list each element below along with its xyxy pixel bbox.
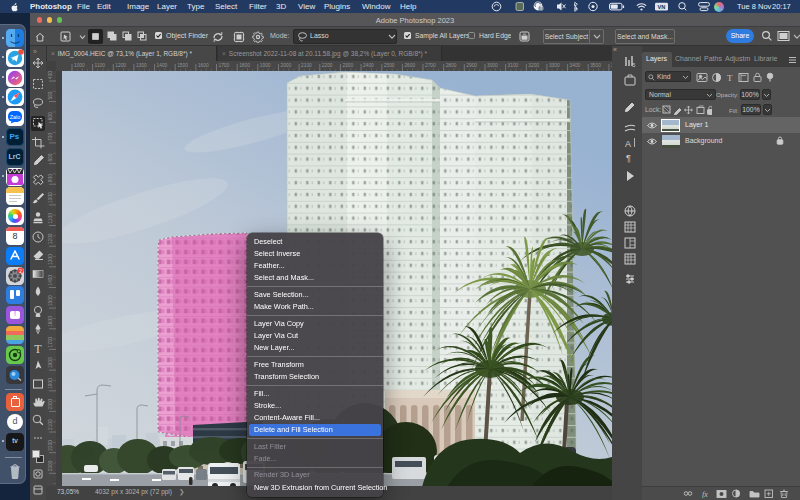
svg-text:900: 900 xyxy=(48,174,53,182)
svg-text:500: 500 xyxy=(48,91,53,99)
svg-text:Zalo: Zalo xyxy=(10,114,21,120)
svg-text:2500: 2500 xyxy=(384,63,395,68)
svg-text:1500: 1500 xyxy=(48,295,53,306)
svg-text:1800: 1800 xyxy=(239,63,250,68)
svg-text:1900: 1900 xyxy=(48,378,53,389)
svg-text:2000: 2000 xyxy=(281,63,292,68)
svg-text:1400: 1400 xyxy=(157,63,168,68)
svg-text:2200: 2200 xyxy=(322,63,333,68)
svg-text:1700: 1700 xyxy=(48,336,53,347)
svg-text:400: 400 xyxy=(48,71,53,79)
svg-text:2200: 2200 xyxy=(48,440,53,451)
svg-text:1900: 1900 xyxy=(260,63,271,68)
svg-text:3000: 3000 xyxy=(487,63,498,68)
svg-text:1700: 1700 xyxy=(219,63,230,68)
svg-text:»: » xyxy=(33,48,37,55)
svg-text:2100: 2100 xyxy=(301,63,312,68)
svg-text:3200: 3200 xyxy=(528,63,539,68)
svg-text:1300: 1300 xyxy=(48,254,53,265)
svg-text:2000: 2000 xyxy=(48,398,53,409)
svg-text:1200: 1200 xyxy=(115,63,126,68)
svg-text:1100: 1100 xyxy=(48,213,53,224)
svg-text:1500: 1500 xyxy=(177,63,188,68)
svg-text:700: 700 xyxy=(48,133,53,141)
svg-text:VN: VN xyxy=(658,4,666,10)
svg-text:1000: 1000 xyxy=(74,63,85,68)
svg-text:1600: 1600 xyxy=(48,316,53,327)
svg-text:2300: 2300 xyxy=(342,63,353,68)
svg-text:fx: fx xyxy=(702,490,708,499)
svg-text:600: 600 xyxy=(48,112,53,120)
svg-text:1200: 1200 xyxy=(48,233,53,244)
svg-text:1600: 1600 xyxy=(198,63,209,68)
svg-text:2300: 2300 xyxy=(48,460,53,471)
svg-text:3500: 3500 xyxy=(590,63,601,68)
svg-text:3100: 3100 xyxy=(508,63,519,68)
svg-text:T: T xyxy=(727,73,733,83)
svg-text:T: T xyxy=(34,342,42,356)
svg-text:¶: ¶ xyxy=(626,153,631,163)
svg-text:3400: 3400 xyxy=(570,63,581,68)
svg-text:2100: 2100 xyxy=(48,419,53,430)
svg-text:2700: 2700 xyxy=(425,63,436,68)
svg-text:1300: 1300 xyxy=(136,63,147,68)
svg-text:5: 5 xyxy=(632,62,636,68)
svg-text:2900: 2900 xyxy=(466,63,477,68)
svg-text:1800: 1800 xyxy=(48,357,53,368)
svg-text:2600: 2600 xyxy=(404,63,415,68)
svg-text:2: 2 xyxy=(19,268,22,273)
svg-text:1000: 1000 xyxy=(48,192,53,203)
svg-text:800: 800 xyxy=(48,153,53,161)
svg-text:3300: 3300 xyxy=(549,63,560,68)
svg-text:1400: 1400 xyxy=(48,274,53,285)
svg-text:2400: 2400 xyxy=(363,63,374,68)
svg-text:A: A xyxy=(625,139,631,149)
svg-text:2800: 2800 xyxy=(446,63,457,68)
svg-text:1100: 1100 xyxy=(95,63,106,68)
